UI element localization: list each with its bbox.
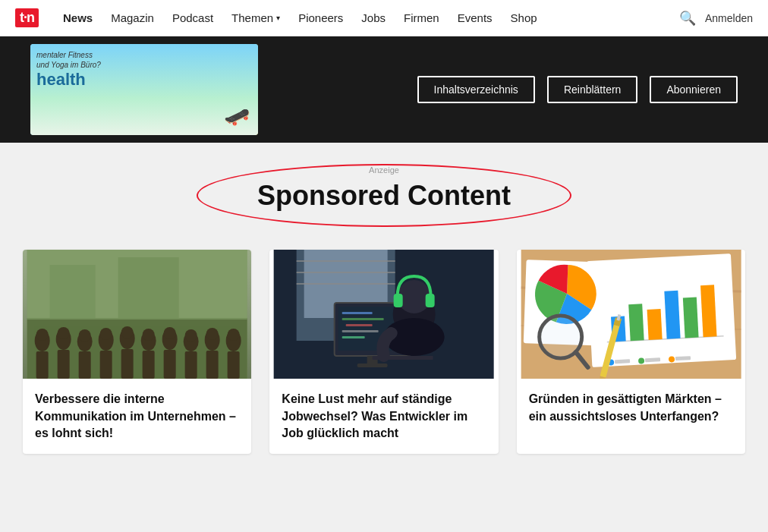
svg-point-22 <box>164 327 176 339</box>
svg-rect-73 <box>675 356 691 360</box>
svg-rect-21 <box>164 350 176 379</box>
health-title: health <box>36 70 252 90</box>
svg-rect-55 <box>373 356 433 360</box>
nav-item-events[interactable]: Events <box>449 0 502 36</box>
card-2-body: Keine Lust mehr auf ständige Jobwechsel?… <box>269 379 498 454</box>
reinblaettern-button[interactable]: Reinblättern <box>547 76 638 103</box>
ad-section: Anzeige Sponsored Content <box>0 143 768 227</box>
header: t·n News Magazin Podcast Themen ▾ Pionee… <box>0 0 768 36</box>
svg-point-13 <box>100 328 112 340</box>
nav-item-podcast[interactable]: Podcast <box>163 0 222 36</box>
inhaltsverzeichnis-button[interactable]: Inhaltsverzeichnis <box>417 76 535 103</box>
cards-section: Verbessere die interne Kommunikation im … <box>0 227 768 484</box>
card-3: Gründen in gesättigten Märkten – ein aus… <box>517 250 745 454</box>
nav-item-jobs[interactable]: Jobs <box>352 0 395 36</box>
card-3-image <box>517 250 745 379</box>
svg-rect-65 <box>664 291 680 339</box>
header-right: 🔍 Anmelden <box>679 10 753 27</box>
team-photo <box>23 250 251 379</box>
svg-rect-15 <box>121 349 134 379</box>
banner-buttons: Inhaltsverzeichnis Reinblättern Abonnier… <box>417 76 738 103</box>
svg-rect-67 <box>700 285 717 338</box>
svg-rect-64 <box>647 309 662 340</box>
nav-item-firmen[interactable]: Firmen <box>395 0 449 36</box>
svg-point-25 <box>185 329 197 342</box>
svg-point-10 <box>79 329 91 342</box>
svg-rect-66 <box>682 297 698 338</box>
svg-rect-49 <box>357 364 388 367</box>
svg-point-31 <box>228 329 240 341</box>
svg-rect-9 <box>79 351 91 379</box>
main-nav: News Magazin Podcast Themen ▾ Pioneers J… <box>54 0 679 36</box>
sponsored-title: Sponsored Content <box>257 179 511 212</box>
skateboard-icon: 🛹 <box>224 104 250 129</box>
svg-rect-27 <box>206 351 219 379</box>
abonnieren-button[interactable]: Abonnieren <box>650 76 738 103</box>
svg-rect-30 <box>228 351 240 379</box>
card-2-image <box>269 250 498 379</box>
svg-rect-12 <box>100 351 112 379</box>
logo-text: t·n <box>15 8 39 27</box>
card-2-title[interactable]: Keine Lust mehr auf ständige Jobwechsel?… <box>282 391 486 442</box>
nav-item-shop[interactable]: Shop <box>502 0 546 36</box>
banner-image: mentaler Fitness und Yoga im Büro? healt… <box>30 44 258 135</box>
svg-point-7 <box>58 327 70 339</box>
card-1-image <box>23 250 251 379</box>
search-icon[interactable]: 🔍 <box>679 10 696 27</box>
svg-rect-47 <box>342 336 365 338</box>
login-button[interactable]: Anmelden <box>705 12 753 24</box>
svg-rect-33 <box>50 265 96 318</box>
svg-rect-53 <box>426 294 435 307</box>
logo[interactable]: t·n <box>15 8 39 27</box>
svg-rect-71 <box>645 357 660 362</box>
svg-rect-52 <box>394 294 403 307</box>
svg-rect-34 <box>118 257 179 318</box>
banner: mentaler Fitness und Yoga im Büro? healt… <box>0 36 768 143</box>
card-1-title[interactable]: Verbessere die interne Kommunikation im … <box>35 391 239 442</box>
svg-point-4 <box>36 329 49 341</box>
svg-rect-63 <box>628 304 644 342</box>
svg-rect-69 <box>615 359 630 364</box>
svg-point-28 <box>206 328 219 340</box>
svg-rect-18 <box>143 351 155 379</box>
svg-point-19 <box>143 329 155 341</box>
svg-rect-6 <box>58 350 70 379</box>
nav-item-news[interactable]: News <box>54 0 102 36</box>
nav-item-magazin[interactable]: Magazin <box>102 0 163 36</box>
card-3-title[interactable]: Gründen in gesättigten Märkten – ein aus… <box>529 391 733 425</box>
chevron-down-icon: ▾ <box>276 14 280 22</box>
banner-subtext: mentaler Fitness und Yoga im Büro? <box>36 50 252 70</box>
card-3-body: Gründen in gesättigten Märkten – ein aus… <box>517 379 745 437</box>
card-1: Verbessere die interne Kommunikation im … <box>23 250 251 454</box>
nav-item-themen[interactable]: Themen ▾ <box>222 0 289 36</box>
svg-rect-46 <box>342 330 379 332</box>
svg-rect-45 <box>346 324 373 326</box>
svg-rect-44 <box>342 318 384 320</box>
svg-point-16 <box>121 326 134 338</box>
svg-rect-43 <box>342 312 373 314</box>
svg-rect-24 <box>185 351 197 379</box>
svg-rect-3 <box>36 351 49 379</box>
sponsored-oval: Sponsored Content <box>257 179 511 212</box>
nav-item-pioneers[interactable]: Pioneers <box>289 0 352 36</box>
card-1-body: Verbessere die interne Kommunikation im … <box>23 379 251 454</box>
card-2: Keine Lust mehr auf ständige Jobwechsel?… <box>269 250 498 454</box>
